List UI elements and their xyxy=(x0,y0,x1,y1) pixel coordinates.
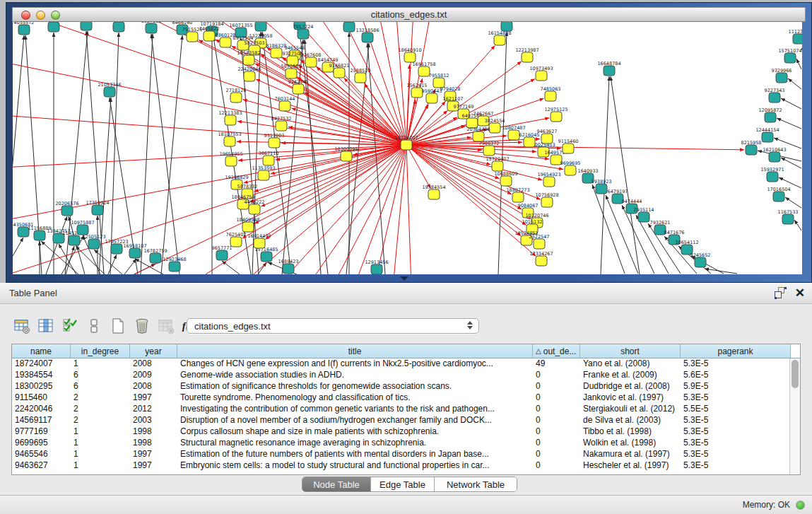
new-document-icon[interactable] xyxy=(109,317,127,335)
select-rows-icon[interactable] xyxy=(61,317,79,335)
scrollbar-thumb[interactable] xyxy=(792,360,799,388)
cell-out_de[interactable]: 0 xyxy=(533,415,580,426)
cell-in_degree[interactable]: 1 xyxy=(71,438,130,449)
memory-status-indicator[interactable] xyxy=(796,501,805,510)
cell-title[interactable]: Corpus callosum shape and size in male p… xyxy=(177,426,533,438)
table-row[interactable]: 911546021997Tourette syndrome. Phenomeno… xyxy=(12,392,800,404)
tab-node-table[interactable]: Node Table xyxy=(302,477,371,491)
column-header-in_degree[interactable]: in_degree xyxy=(71,344,130,358)
cell-out_de[interactable]: 49 xyxy=(533,358,580,370)
tab-network-table[interactable]: Network Table xyxy=(435,477,517,491)
cell-short[interactable]: Franke et al. (2009) xyxy=(580,370,681,381)
graph-node[interactable]: 18107553 xyxy=(218,132,241,146)
cell-year[interactable]: 2008 xyxy=(130,358,177,370)
cell-year[interactable]: 1997 xyxy=(130,460,177,472)
splitter-collapse-icon[interactable] xyxy=(400,276,408,281)
graph-node[interactable]: 9590443 xyxy=(422,88,442,103)
graph-node[interactable]: 22420046 xyxy=(237,66,261,81)
graph-node[interactable]: 1167533 xyxy=(778,209,799,224)
graph-node[interactable]: 12213383 xyxy=(218,110,242,125)
graph-node[interactable]: 7955812 xyxy=(429,73,449,88)
graph-node[interactable]: 15720407 xyxy=(486,156,509,171)
graph-node[interactable]: 9317003 xyxy=(264,133,285,148)
table-row[interactable]: 969969511998Structural magnetic resonanc… xyxy=(12,438,800,449)
graph-node[interactable]: 18640910 xyxy=(398,47,421,62)
tab-edge-table[interactable]: Edge Table xyxy=(371,477,435,491)
cell-in_degree[interactable]: 2 xyxy=(71,415,130,426)
graph-node[interactable]: 8215958 xyxy=(741,140,762,155)
cell-in_degree[interactable]: 6 xyxy=(71,381,130,392)
cell-name[interactable]: 14569117 xyxy=(12,415,71,426)
cell-pagerank[interactable]: 5.3E-5 xyxy=(681,438,791,449)
cell-in_degree[interactable]: 1 xyxy=(71,426,130,438)
select-columns-icon[interactable] xyxy=(37,317,55,335)
column-header-title[interactable]: title xyxy=(177,344,533,358)
close-window-icon[interactable] xyxy=(21,11,30,20)
graph-node[interactable]: 19654955 xyxy=(219,151,242,166)
cell-name[interactable]: 19384554 xyxy=(12,370,71,381)
cell-in_degree[interactable]: 1 xyxy=(71,358,130,370)
cell-year[interactable]: 1997 xyxy=(130,449,177,460)
graph-node[interactable]: 12975125 xyxy=(544,107,567,122)
network-window-titlebar[interactable]: citations_edges.txt xyxy=(12,7,806,22)
graph-node[interactable]: 18300295 xyxy=(334,146,358,161)
cell-pagerank[interactable]: 5.3E-5 xyxy=(681,358,791,370)
cell-out_de[interactable]: 0 xyxy=(533,426,580,438)
graph-node[interactable]: 16154838 xyxy=(488,30,511,45)
cell-title[interactable]: Tourette syndrome. Phenomenology and cla… xyxy=(177,392,533,404)
cell-year[interactable]: 1998 xyxy=(130,438,177,449)
graph-node[interactable]: 20391436 xyxy=(42,22,65,32)
cell-out_de[interactable]: 0 xyxy=(533,404,580,415)
graph-node[interactable]: 10688609 xyxy=(494,171,517,186)
column-header-out_de[interactable]: △out_de... xyxy=(533,344,580,358)
table-row[interactable]: 2242004622012Investigating the contribut… xyxy=(12,404,800,415)
graph-node[interactable]: 2718126 xyxy=(226,88,247,103)
graph-node[interactable]: 7986372 xyxy=(479,141,500,156)
graph-node[interactable]: 9657771 xyxy=(212,245,233,260)
graph-node[interactable]: 2893143 xyxy=(76,22,97,30)
cell-name[interactable]: 18300295 xyxy=(12,381,71,392)
cell-short[interactable]: Nakamura et al. (1997) xyxy=(580,449,681,460)
graph-node[interactable]: 18807273 xyxy=(506,187,529,202)
graph-node[interactable]: 15932971 xyxy=(760,167,784,182)
graph-node[interactable]: 20206576 xyxy=(55,201,78,216)
graph-node[interactable]: 9227343 xyxy=(765,88,785,103)
cell-year[interactable]: 2009 xyxy=(130,370,177,381)
table-row[interactable]: 1938455462009Genome-wide association stu… xyxy=(12,370,800,381)
delete-table-icon[interactable] xyxy=(157,317,175,335)
graph-node[interactable]: 16210643 xyxy=(763,147,786,162)
zoom-window-icon[interactable] xyxy=(51,11,60,20)
cell-pagerank[interactable]: 5.3E-5 xyxy=(681,426,791,438)
vertical-scrollbar[interactable] xyxy=(789,358,800,474)
close-panel-icon[interactable]: ✕ xyxy=(795,288,805,299)
cell-pagerank[interactable]: 5.3E-5 xyxy=(681,449,791,460)
minimize-window-icon[interactable] xyxy=(36,11,45,20)
graph-node[interactable]: 15751074 xyxy=(778,48,801,63)
graph-node[interactable]: 12923468 xyxy=(163,257,186,271)
graph-node[interactable]: 17334267 xyxy=(529,251,553,266)
cell-short[interactable]: Jankovic et al. (1997) xyxy=(580,392,681,404)
cell-pagerank[interactable]: 5.6E-5 xyxy=(681,370,791,381)
graph-node[interactable]: 9329966 xyxy=(772,68,792,83)
cell-out_de[interactable]: 0 xyxy=(533,449,580,460)
cell-out_de[interactable]: 0 xyxy=(533,460,580,472)
cell-name[interactable]: 9777169 xyxy=(12,426,71,438)
cell-short[interactable]: de Silva et al. (2003) xyxy=(580,415,681,426)
cell-in_degree[interactable]: 1 xyxy=(71,460,130,472)
cell-title[interactable]: Disruption of a novel member of a sodium… xyxy=(177,415,533,426)
graph-node[interactable]: 7625402 xyxy=(226,232,247,247)
table-select-dropdown[interactable]: citations_edges.txt xyxy=(187,318,479,334)
cell-title[interactable]: Estimation of significance thresholds fo… xyxy=(177,381,533,392)
cell-year[interactable]: 1998 xyxy=(130,426,177,438)
graph-node[interactable]: 15716485 xyxy=(254,247,278,262)
graph-node[interactable]: 10973493 xyxy=(529,66,553,81)
column-header-short[interactable]: short xyxy=(580,344,681,358)
cell-name[interactable]: 9465546 xyxy=(12,449,71,460)
column-header-pagerank[interactable]: pagerank xyxy=(681,344,791,358)
graph-node[interactable]: 13218586 xyxy=(355,28,379,42)
graph-node[interactable]: 5875685 xyxy=(281,64,302,78)
cell-out_de[interactable]: 0 xyxy=(533,381,580,392)
graph-node[interactable]: 1112708 xyxy=(789,29,802,44)
column-header-year[interactable]: year xyxy=(130,344,177,358)
cell-name[interactable]: 9699695 xyxy=(12,438,71,449)
